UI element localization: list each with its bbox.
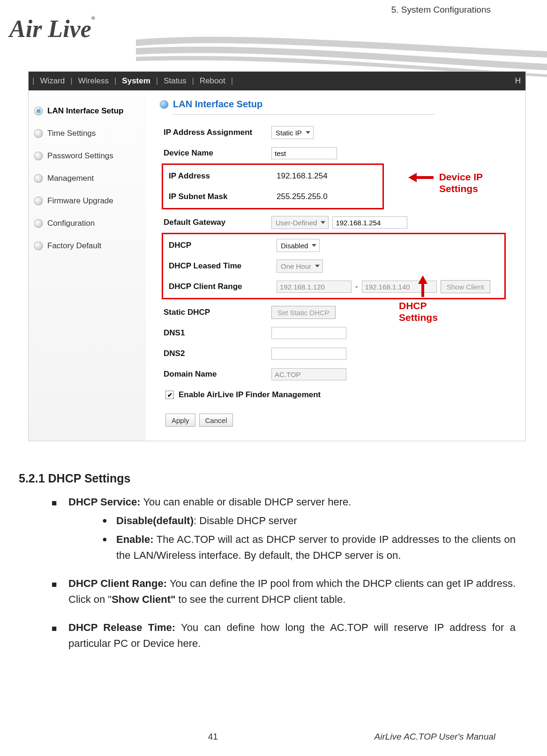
radio-icon: [34, 197, 43, 205]
section-title: LAN Interface Setup: [173, 99, 262, 110]
set-static-dhcp-button[interactable]: Set Static DHCP: [271, 306, 336, 319]
annotation-dhcp: DHCP Settings: [399, 275, 438, 323]
nav-system[interactable]: System: [120, 76, 152, 86]
top-nav: | Wizard | Wireless | System | Status | …: [29, 72, 525, 90]
label-ip-finder: Enable AirLive IP Finder Management: [179, 390, 321, 400]
content-panel: LAN Interface Setup IP Address Assignmen…: [146, 90, 525, 441]
select-ip-assignment[interactable]: Static IP: [271, 126, 314, 139]
doc-body: 5.2.1 DHCP Settings DHCP Service: You ca…: [19, 469, 516, 652]
value-ip-address: 192.168.1.254: [277, 171, 381, 181]
label-ip-address: IP Address: [169, 171, 277, 181]
label-ip-assignment: IP Address Assignment: [164, 128, 271, 137]
select-dhcp[interactable]: Disabled: [277, 239, 320, 252]
input-dns2[interactable]: [271, 348, 346, 360]
value-subnet: 255.255.255.0: [277, 192, 381, 201]
radio-icon: [34, 242, 43, 250]
sidebar-item-firmware[interactable]: Firmware Upgrade: [29, 190, 146, 212]
doc-heading: 5.2.1 DHCP Settings: [19, 469, 516, 488]
sidebar-item-time[interactable]: Time Settings: [29, 122, 146, 145]
nav-wireless[interactable]: Wireless: [76, 76, 111, 86]
router-ui-screenshot: | Wizard | Wireless | System | Status | …: [28, 71, 526, 441]
sidebar: LAN Interface Setup Time Settings Passwo…: [29, 90, 146, 441]
sidebar-item-management[interactable]: Management: [29, 167, 146, 190]
sidebar-item-factory-default[interactable]: Factory Default: [29, 235, 146, 257]
label-client-range: DHCP Client Range: [169, 282, 277, 291]
radio-icon: [34, 174, 43, 183]
nav-status[interactable]: Status: [162, 76, 188, 86]
sidebar-item-configuration[interactable]: Configuration: [29, 212, 146, 235]
label-dns1: DNS1: [164, 328, 271, 338]
select-gateway-mode[interactable]: User-Defined: [271, 216, 329, 229]
annotation-device-ip: Device IP Settings: [408, 171, 483, 194]
input-dns1[interactable]: [271, 327, 346, 339]
input-gateway[interactable]: [332, 216, 407, 229]
highlight-device-ip: IP Address 192.168.1.254 IP Subnet Mask …: [162, 163, 384, 209]
show-client-button[interactable]: Show Client: [441, 280, 490, 293]
radio-icon: [34, 219, 43, 228]
logo-row: Air Live®: [19, 10, 528, 62]
page-number: 41: [208, 732, 218, 742]
sidebar-item-password[interactable]: Password Settings: [29, 145, 146, 167]
apply-button[interactable]: Apply: [165, 414, 195, 427]
label-static-dhcp: Static DHCP: [164, 308, 271, 317]
manual-title: AirLive AC.TOP User's Manual: [375, 732, 495, 742]
cancel-button[interactable]: Cancel: [199, 414, 233, 427]
label-device-name: Device Name: [164, 148, 271, 158]
highlight-dhcp: DHCP Disabled DHCP Leased Time One Hour …: [162, 233, 506, 299]
airlive-logo: Air Live®: [9, 15, 95, 43]
label-domain: Domain Name: [164, 370, 271, 379]
nav-wizard[interactable]: Wizard: [38, 76, 67, 86]
sidebar-item-lan[interactable]: LAN Interface Setup: [29, 100, 146, 122]
label-subnet: IP Subnet Mask: [169, 192, 277, 201]
section-icon: [160, 100, 168, 109]
radio-icon: [34, 129, 43, 138]
checkbox-ip-finder[interactable]: ✔: [165, 391, 174, 399]
input-domain[interactable]: [271, 368, 346, 380]
input-device-name[interactable]: [271, 147, 337, 159]
select-lease[interactable]: One Hour: [277, 259, 323, 273]
divider: [172, 114, 435, 115]
label-dhcp: DHCP: [169, 241, 277, 250]
label-gateway: Default Gateway: [164, 218, 271, 227]
label-lease: DHCP Leased Time: [169, 261, 277, 271]
input-range-start[interactable]: [277, 281, 352, 293]
radio-icon: [34, 107, 43, 115]
label-dns2: DNS2: [164, 349, 271, 358]
header-swoosh: [136, 27, 547, 78]
nav-reboot[interactable]: Reboot: [198, 76, 227, 86]
radio-icon: [34, 152, 43, 160]
